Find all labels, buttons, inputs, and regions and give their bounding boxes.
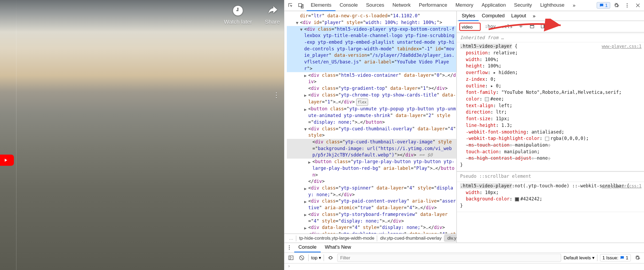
expand-triangle-icon[interactable]: ▶ <box>303 199 307 205</box>
cls-toggle[interactable]: .cls <box>500 23 514 30</box>
context-selector[interactable]: top ▾ <box>311 255 321 260</box>
issues-badge[interactable]: 1 Issue: 1 <box>600 254 631 262</box>
more-vertical-icon[interactable] <box>623 1 632 10</box>
dom-node[interactable]: ▶<button class="ytp-unmute ytp-popup ytp… <box>287 106 456 126</box>
console-filter-input[interactable] <box>337 254 561 262</box>
styles-filter-input[interactable] <box>459 22 481 31</box>
clear-console-icon[interactable] <box>297 254 306 262</box>
dom-node[interactable]: ▶<div class="ytp-chrome-top ytp-show-car… <box>287 92 456 106</box>
styles-tab-layout[interactable]: Layout <box>508 11 529 21</box>
dom-tree[interactable]: dir="ltr" data-new-gr-c-s-loaded="14.110… <box>284 11 456 233</box>
rule-source-link[interactable]: www-player.css:1 <box>602 183 642 190</box>
close-devtools-icon[interactable] <box>633 1 642 10</box>
dom-node[interactable]: ▶<button class="ytp-large-play-button yt… <box>287 159 456 178</box>
more-options-icon[interactable]: ⋮ <box>273 91 280 99</box>
dom-node[interactable]: ▶<div class="html5-video-container" data… <box>287 72 456 85</box>
devtools-tab-bar: ElementsConsoleSourcesNetworkPerformance… <box>284 0 644 11</box>
expand-triangle-icon[interactable]: ▼ <box>295 20 299 26</box>
dom-node[interactable]: <div class="ytp-gradient-top" data-layer… <box>287 85 456 92</box>
css-declaration[interactable]: touch-action: manipulation; <box>460 149 642 155</box>
breadcrumb-item[interactable]: div.ytp-cued-thumbnail-overlay-image <box>445 234 457 242</box>
computed-styles-icon[interactable] <box>528 22 536 31</box>
toggle-sidebar-icon[interactable] <box>539 22 547 31</box>
dom-node[interactable]: ▶<div class="ytp-paid-content-overlay" a… <box>287 198 456 211</box>
expand-triangle-icon[interactable]: ▼ <box>303 126 307 133</box>
devtools-tab-application[interactable]: Application <box>477 0 510 11</box>
css-declaration[interactable]: width: 10px; <box>460 190 642 196</box>
expand-triangle-icon[interactable]: ▶ <box>303 212 307 218</box>
css-declaration[interactable]: direction: ltr; <box>460 109 642 116</box>
pseudo-element-header: Pseudo ::scrollbar element <box>457 171 644 182</box>
css-declaration[interactable]: overflow: ▸ hidden; <box>460 70 642 76</box>
devtools-tab-sources[interactable]: Sources <box>362 0 388 11</box>
dom-node[interactable]: <div class="ytp-cued-thumbnail-overlay-i… <box>287 139 456 159</box>
css-declaration[interactable]: font-family: "YouTube Noto",Roboto,Arial… <box>460 89 642 96</box>
expand-triangle-icon[interactable]: ▶ <box>303 185 307 192</box>
devtools-tab-security[interactable]: Security <box>510 0 536 11</box>
devtools-tab-lighthouse[interactable]: Lighthouse <box>536 0 569 11</box>
breadcrumb-item[interactable]: tp-hide-controls.ytp-large-width-mode <box>296 234 377 242</box>
styles-tab-computed[interactable]: Computed <box>478 11 508 21</box>
styles-tab-styles[interactable]: Styles <box>458 11 478 21</box>
devtools-tab-performance[interactable]: Performance <box>415 0 451 11</box>
hov-toggle[interactable]: :hov <box>483 23 497 30</box>
live-expression-icon[interactable] <box>327 254 335 262</box>
css-declaration[interactable]: color: #eee; <box>460 96 642 103</box>
dom-node[interactable]: ▼<div class="ytp-cued-thumbnail-overlay"… <box>287 126 456 139</box>
drawer-menu-icon[interactable] <box>284 245 294 251</box>
devtools-tabs-overflow[interactable]: » <box>568 0 579 11</box>
css-declaration[interactable]: text-align: left; <box>460 103 642 109</box>
devtools-tab-memory[interactable]: Memory <box>451 0 477 11</box>
css-declaration[interactable]: z-index: 0; <box>460 76 642 83</box>
log-levels-selector[interactable]: Default levels ▾ <box>564 255 595 260</box>
share-button[interactable]: Share <box>265 5 280 25</box>
youtube-play-button[interactable] <box>0 155 14 166</box>
dom-node[interactable]: </div> <box>287 178 456 185</box>
expand-triangle-icon[interactable]: ▶ <box>303 106 307 113</box>
devtools-tab-console[interactable]: Console <box>336 0 362 11</box>
dom-node[interactable]: ▶<div data-layer="4" style="display: non… <box>287 224 456 231</box>
svg-rect-8 <box>289 256 293 260</box>
console-tab-console[interactable]: Console <box>294 243 321 252</box>
breadcrumb-item[interactable]: … <box>286 234 296 242</box>
errors-badge[interactable]: 1 <box>596 2 610 9</box>
css-declaration[interactable]: -ms-high-contrast-adjust: none; <box>460 155 642 162</box>
watch-later-button[interactable]: Watch later <box>224 5 252 25</box>
expand-triangle-icon[interactable]: ▶ <box>303 72 307 79</box>
css-declaration[interactable]: width: 100%; <box>460 57 642 63</box>
css-declaration[interactable]: outline: ▸ 0; <box>460 83 642 90</box>
expand-triangle-icon[interactable]: ▶ <box>303 92 307 99</box>
settings-gear-icon[interactable] <box>612 1 621 10</box>
console-prompt[interactable]: › <box>284 263 644 270</box>
expand-triangle-icon[interactable]: ▶ <box>308 159 312 166</box>
expand-triangle-icon[interactable]: ▶ <box>303 225 307 232</box>
dom-node[interactable]: ▶<div class="ytp-spinner" data-layer="4"… <box>287 185 456 198</box>
new-style-rule-icon[interactable] <box>517 22 525 31</box>
devtools-tab-network[interactable]: Network <box>388 0 415 11</box>
css-declaration[interactable]: position: relative; <box>460 50 642 57</box>
console-settings-gear-icon[interactable] <box>633 254 642 262</box>
dom-node[interactable]: dir="ltr" data-new-gr-c-s-loaded="14.110… <box>287 13 456 19</box>
device-toggle-icon[interactable] <box>296 1 305 10</box>
styles-content[interactable]: Inherited from … www-player.css:1 .html5… <box>457 33 644 242</box>
styles-tabs-overflow[interactable]: » <box>531 11 537 20</box>
console-sidebar-toggle-icon[interactable] <box>287 254 295 262</box>
css-declaration[interactable]: -webkit-font-smoothing: antialiased; <box>460 129 642 136</box>
dom-node[interactable]: ▶<div class="ytp-storyboard-framepreview… <box>287 211 456 224</box>
expand-triangle-icon[interactable]: ▼ <box>299 26 303 33</box>
breadcrumb-item[interactable]: div.ytp-cued-thumbnail-overlay <box>377 234 445 242</box>
dom-node[interactable]: ▶<div class="ytp-doubletap-ui-legacy" da… <box>287 231 456 233</box>
css-declaration[interactable]: height: 100%; <box>460 63 642 70</box>
dom-node[interactable]: ▼<div class="html5-video-player ytp-exp-… <box>287 26 456 72</box>
css-declaration[interactable]: -webkit-tap-highlight-color: rgba(0,0,0,… <box>460 135 642 142</box>
css-declaration[interactable]: line-height: 1.3; <box>460 122 642 129</box>
css-declaration[interactable]: background-color: #424242; <box>460 196 642 203</box>
expand-triangle-icon[interactable]: ▶ <box>303 231 307 233</box>
css-declaration[interactable]: -ms-touch-action: manipulation; <box>460 142 642 149</box>
console-tab-what-s-new[interactable]: What's New <box>321 243 355 252</box>
devtools-tab-elements[interactable]: Elements <box>307 0 335 11</box>
inspect-element-icon[interactable] <box>286 1 295 10</box>
dom-node[interactable]: ▼<div id="player" style="width: 100%; he… <box>287 19 456 26</box>
css-declaration[interactable]: font-size: 11px; <box>460 116 642 122</box>
rule-source-link[interactable]: www-player.css:1 <box>602 43 642 50</box>
